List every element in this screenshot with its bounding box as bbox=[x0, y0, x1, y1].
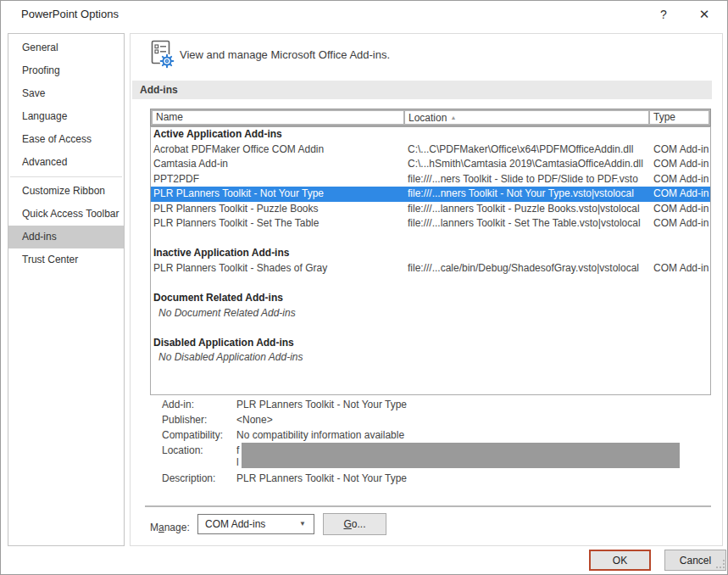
table-note-row: No Document Related Add-ins bbox=[151, 306, 710, 321]
table-row[interactable]: PLR Planners Toolkit - Shades of Grayfil… bbox=[151, 261, 710, 276]
detail-row: Description:PLR PLanners Toolkit - Not Y… bbox=[162, 472, 686, 488]
cell-name: Acrobat PDFMaker Office COM Addin bbox=[151, 142, 404, 158]
table-group-row: Document Related Add-ins bbox=[151, 291, 710, 306]
cell-type: COM Add-in bbox=[650, 172, 710, 187]
powerpoint-options-dialog: PowerPoint Options ? ✕ GeneralProofingSa… bbox=[0, 0, 728, 575]
cell-location: C:\...hSmith\Camtasia 2019\CamtasiaOffic… bbox=[404, 157, 650, 172]
detail-row: Location:fl bbox=[162, 444, 686, 472]
detail-label: Publisher: bbox=[162, 414, 236, 427]
table-row[interactable]: Camtasia Add-inC:\...hSmith\Camtasia 201… bbox=[151, 157, 710, 172]
sidebar-item-advanced[interactable]: Advanced bbox=[8, 151, 124, 174]
table-row[interactable]: PLR PLanners Toolkit - Not Your Typefile… bbox=[151, 187, 710, 202]
table-group-row: Disabled Application Add-ins bbox=[151, 336, 710, 351]
table-group-row: Active Application Add-ins bbox=[151, 127, 710, 142]
sort-ascending-icon: ▲ bbox=[450, 114, 456, 120]
table-empty-row bbox=[151, 232, 710, 247]
cell-location: file:///...nners Toolkit - Not Your Type… bbox=[404, 187, 650, 202]
sidebar-item-trust-center[interactable]: Trust Center bbox=[8, 248, 124, 271]
cell-name: Active Application Add-ins bbox=[151, 127, 404, 142]
cell-name: Camtasia Add-in bbox=[151, 157, 404, 172]
addins-section-header: Add-ins bbox=[132, 81, 712, 99]
table-empty-row bbox=[151, 276, 710, 291]
cell-name: PLR Planners Toolkit - Set The Table bbox=[151, 216, 404, 232]
help-icon[interactable]: ? bbox=[651, 4, 676, 25]
detail-value: <None> bbox=[236, 414, 273, 427]
cell-name: No Document Related Add-ins bbox=[151, 306, 404, 321]
table-note-row: No Disabled Application Add-ins bbox=[151, 350, 710, 366]
table-group-row: Inactive Application Add-ins bbox=[151, 246, 710, 261]
cell-location: file:///...lanners Toolkit - Puzzle Book… bbox=[404, 202, 650, 217]
cell-type: COM Add-in bbox=[650, 157, 710, 172]
sidebar-item-customize-ribbon[interactable]: Customize Ribbon bbox=[8, 180, 124, 203]
addins-table-body: Active Application Add-insAcrobat PDFMak… bbox=[150, 126, 711, 395]
detail-label: Description: bbox=[162, 472, 236, 485]
chevron-down-icon: ▼ bbox=[299, 515, 306, 533]
close-icon[interactable]: ✕ bbox=[692, 4, 717, 25]
cell-location: file:///...ners Toolkit - Slide to PDF/S… bbox=[404, 172, 650, 187]
detail-label: Location: bbox=[162, 444, 236, 457]
dialog-title: PowerPoint Options bbox=[21, 8, 119, 20]
go-button[interactable]: Go... bbox=[323, 513, 386, 535]
cell-name: PLR PLanners Toolkit - Not Your Type bbox=[151, 187, 404, 202]
table-empty-row bbox=[151, 321, 710, 336]
cell-name: Disabled Application Add-ins bbox=[151, 336, 404, 351]
sidebar-item-language[interactable]: Language bbox=[8, 105, 124, 128]
sidebar-item-general[interactable]: General bbox=[8, 36, 124, 59]
detail-label: Compatibility: bbox=[162, 429, 236, 442]
detail-row: Add-in:PLR PLanners Toolkit - Not Your T… bbox=[162, 399, 686, 414]
table-row[interactable]: PLR Planners Toolkit - Puzzle Booksfile:… bbox=[151, 202, 710, 217]
detail-value-redacted: fl bbox=[236, 444, 686, 470]
cell-type: COM Add-in bbox=[650, 216, 710, 232]
cell-type: COM Add-in bbox=[650, 187, 710, 202]
titlebar: PowerPoint Options ? ✕ bbox=[1, 1, 727, 28]
sidebar-divider bbox=[10, 176, 122, 177]
detail-label: Add-in: bbox=[162, 399, 236, 411]
manage-dropdown-value: COM Add-ins bbox=[205, 518, 265, 530]
table-header: Name Location▲ Type bbox=[150, 109, 711, 126]
detail-value: PLR PLanners Toolkit - Not Your Type bbox=[236, 472, 407, 485]
column-header-location[interactable]: Location▲ bbox=[405, 111, 648, 124]
ok-button[interactable]: OK bbox=[589, 550, 651, 571]
detail-value: PLR PLanners Toolkit - Not Your Type bbox=[236, 399, 407, 411]
addins-page: View and manage Microsoft Office Add-ins… bbox=[130, 33, 723, 546]
manage-dropdown[interactable]: COM Add-ins ▼ bbox=[197, 514, 314, 534]
column-header-name[interactable]: Name bbox=[153, 111, 403, 124]
cell-name: PLR Planners Toolkit - Shades of Gray bbox=[151, 261, 404, 276]
detail-value: No compatibility information available bbox=[236, 429, 404, 442]
redaction-box bbox=[242, 443, 680, 468]
cell-name: Inactive Application Add-ins bbox=[151, 246, 404, 261]
addin-details: Add-in:PLR PLanners Toolkit - Not Your T… bbox=[162, 399, 686, 488]
manage-label: Manage: bbox=[150, 517, 190, 538]
cell-name: PLR Planners Toolkit - Puzzle Books bbox=[151, 202, 404, 217]
addins-gear-icon bbox=[149, 39, 176, 70]
sidebar-item-save[interactable]: Save bbox=[8, 82, 124, 105]
sidebar-item-ease-of-access[interactable]: Ease of Access bbox=[8, 128, 124, 151]
cell-location: file:///...lanners Toolkit - Set The Tab… bbox=[404, 216, 650, 232]
cell-location: file:///...cale/bin/Debug/ShadesofGray.v… bbox=[404, 261, 650, 276]
table-row[interactable]: Acrobat PDFMaker Office COM AddinC:\...C… bbox=[151, 142, 710, 158]
sidebar-nav: GeneralProofingSaveLanguageEase of Acces… bbox=[8, 33, 125, 546]
divider bbox=[145, 505, 711, 507]
cell-location: C:\...C\PDFMaker\Office\x64\PDFMOfficeAd… bbox=[404, 142, 650, 158]
cell-name: PPT2PDF bbox=[151, 172, 404, 187]
detail-row: Publisher:<None> bbox=[162, 414, 686, 429]
resize-grip[interactable] bbox=[716, 557, 725, 572]
cell-type: COM Add-in bbox=[650, 261, 710, 276]
page-description: View and manage Microsoft Office Add-ins… bbox=[180, 48, 390, 61]
sidebar-item-proofing[interactable]: Proofing bbox=[8, 59, 124, 82]
table-row[interactable]: PLR Planners Toolkit - Set The Tablefile… bbox=[151, 216, 710, 232]
cell-name: No Disabled Application Add-ins bbox=[151, 350, 404, 366]
sidebar-item-add-ins[interactable]: Add-ins bbox=[8, 226, 124, 248]
cell-type: COM Add-in bbox=[650, 142, 710, 158]
column-header-type[interactable]: Type bbox=[650, 111, 709, 124]
cell-type: COM Add-in bbox=[650, 202, 710, 217]
sidebar-item-quick-access-toolbar[interactable]: Quick Access Toolbar bbox=[8, 203, 124, 226]
cell-name: Document Related Add-ins bbox=[151, 291, 404, 306]
table-row[interactable]: PPT2PDFfile:///...ners Toolkit - Slide t… bbox=[151, 172, 710, 187]
